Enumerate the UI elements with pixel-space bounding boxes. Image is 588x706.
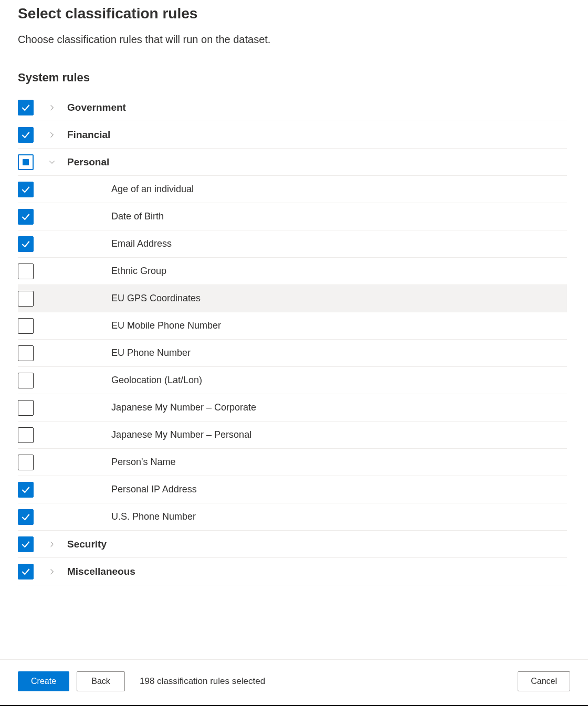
chevron-right-icon[interactable]: [46, 129, 58, 141]
rule-row-age[interactable]: Age of an individual: [18, 176, 567, 203]
rule-row-pip[interactable]: Personal IP Address: [18, 476, 567, 503]
checkbox-us-phone[interactable]: [18, 509, 34, 525]
back-button[interactable]: Back: [77, 671, 125, 691]
rule-label-age: Age of an individual: [111, 184, 194, 195]
section-title-system-rules: System rules: [18, 71, 567, 85]
checkbox-jp-pers[interactable]: [18, 427, 34, 443]
rule-label-person-name: Person's Name: [111, 457, 175, 468]
footer-bar: Create Back 198 classification rules sel…: [0, 659, 588, 705]
group-row-government[interactable]: Government: [18, 94, 567, 121]
group-label-security: Security: [67, 539, 107, 550]
checkbox-jp-corp[interactable]: [18, 400, 34, 416]
rule-label-geo: Geolocation (Lat/Lon): [111, 375, 202, 386]
rule-label-eu-mob: EU Mobile Phone Number: [111, 320, 221, 331]
rule-label-jp-corp: Japanese My Number – Corporate: [111, 402, 256, 413]
checkbox-geo[interactable]: [18, 373, 34, 388]
rule-row-dob[interactable]: Date of Birth: [18, 203, 567, 230]
rule-label-eu-phone: EU Phone Number: [111, 347, 191, 359]
chevron-right-icon[interactable]: [46, 566, 58, 577]
rule-row-jp-corp[interactable]: Japanese My Number – Corporate: [18, 394, 567, 422]
rule-row-ethnic[interactable]: Ethnic Group: [18, 258, 567, 285]
group-label-financial: Financial: [67, 129, 110, 141]
checkbox-miscellaneous[interactable]: [18, 564, 34, 579]
rule-label-email: Email Address: [111, 238, 172, 249]
checkbox-government[interactable]: [18, 100, 34, 115]
rule-label-eu-gps: EU GPS Coordinates: [111, 293, 201, 304]
checkbox-email[interactable]: [18, 236, 34, 252]
rule-label-us-phone: U.S. Phone Number: [111, 511, 196, 522]
cancel-button[interactable]: Cancel: [518, 671, 570, 691]
checkbox-eu-phone[interactable]: [18, 345, 34, 361]
rule-label-pip: Personal IP Address: [111, 484, 197, 495]
rule-row-geo[interactable]: Geolocation (Lat/Lon): [18, 367, 567, 394]
checkbox-dob[interactable]: [18, 209, 34, 225]
checkbox-security[interactable]: [18, 536, 34, 552]
checkbox-ethnic[interactable]: [18, 264, 34, 279]
rule-row-person-name[interactable]: Person's Name: [18, 449, 567, 476]
rule-row-eu-phone[interactable]: EU Phone Number: [18, 340, 567, 367]
checkbox-eu-mob[interactable]: [18, 318, 34, 334]
group-label-government: Government: [67, 102, 126, 113]
rule-row-email[interactable]: Email Address: [18, 230, 567, 258]
page-title: Select classification rules: [18, 5, 567, 22]
checkbox-pip[interactable]: [18, 482, 34, 498]
checkbox-personal[interactable]: [18, 154, 34, 170]
group-label-miscellaneous: Miscellaneous: [67, 566, 135, 577]
page-subtitle: Choose classification rules that will ru…: [18, 34, 567, 46]
rule-row-us-phone[interactable]: U.S. Phone Number: [18, 503, 567, 531]
checkbox-financial[interactable]: [18, 127, 34, 143]
rule-label-ethnic: Ethnic Group: [111, 266, 166, 277]
group-row-personal[interactable]: Personal: [18, 149, 567, 176]
group-row-miscellaneous[interactable]: Miscellaneous: [18, 558, 567, 585]
rule-label-dob: Date of Birth: [111, 211, 164, 222]
checkbox-eu-gps[interactable]: [18, 291, 34, 307]
checkbox-age[interactable]: [18, 182, 34, 197]
chevron-right-icon[interactable]: [46, 102, 58, 113]
selection-count-text: 198 classification rules selected: [140, 676, 265, 687]
group-row-security[interactable]: Security: [18, 531, 567, 558]
group-row-financial[interactable]: Financial: [18, 121, 567, 149]
chevron-right-icon[interactable]: [46, 539, 58, 550]
checkbox-person-name[interactable]: [18, 455, 34, 470]
rule-row-eu-mob[interactable]: EU Mobile Phone Number: [18, 312, 567, 340]
rule-row-jp-pers[interactable]: Japanese My Number – Personal: [18, 422, 567, 449]
rules-tree: GovernmentFinancialPersonalAge of an ind…: [18, 94, 567, 585]
rule-label-jp-pers: Japanese My Number – Personal: [111, 429, 251, 440]
group-label-personal: Personal: [67, 156, 109, 168]
chevron-down-icon[interactable]: [46, 156, 58, 168]
rule-row-eu-gps[interactable]: EU GPS Coordinates: [18, 285, 567, 312]
create-button[interactable]: Create: [18, 671, 69, 691]
